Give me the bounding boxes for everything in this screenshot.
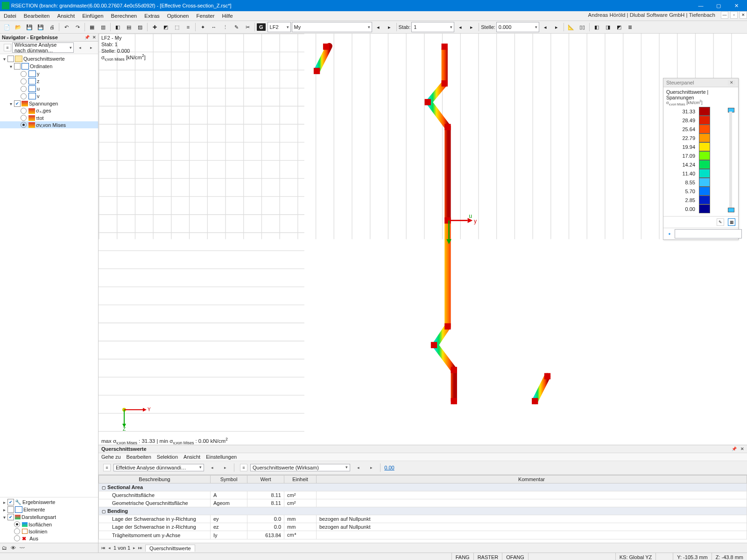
status-raster[interactable]: RASTER bbox=[473, 553, 502, 560]
tab-views-icon[interactable]: 👁 bbox=[11, 545, 16, 551]
table-row[interactable]: Lage der Schwerachse in y-Richtungey0.0m… bbox=[99, 515, 747, 523]
dim-icon[interactable]: ↔ bbox=[209, 22, 219, 32]
tool-b-icon[interactable]: ◩ bbox=[161, 22, 171, 32]
bp-last-icon[interactable]: ⏭ bbox=[138, 546, 142, 550]
bp-menu-ansicht[interactable]: Ansicht bbox=[183, 454, 200, 460]
more1-icon[interactable]: ⋮ bbox=[220, 22, 230, 32]
stab-prev-icon[interactable]: ◂ bbox=[455, 22, 465, 32]
bp-combo1[interactable]: Effektive Analyse dünnwandi… bbox=[113, 464, 204, 471]
opt2-icon[interactable]: ◨ bbox=[603, 22, 613, 32]
tree-querschnittswerte[interactable]: Querschnittswerte bbox=[23, 56, 65, 62]
lc-next-icon[interactable]: ▸ bbox=[384, 22, 395, 32]
opt3-icon[interactable]: ◩ bbox=[614, 22, 624, 32]
more3-icon[interactable]: ✂ bbox=[242, 22, 253, 32]
tree-ordinaten[interactable]: Ordinaten bbox=[30, 63, 52, 69]
properties-table[interactable]: BeschreibungSymbolWertEinheitKommentar ▢… bbox=[99, 475, 747, 539]
loadcase-name-combo[interactable]: My bbox=[292, 22, 372, 32]
render3-icon[interactable]: ▨ bbox=[135, 22, 145, 32]
split-icon[interactable]: ▯▯ bbox=[577, 22, 587, 32]
menu-ansicht[interactable]: Ansicht bbox=[53, 11, 78, 21]
status-ofang[interactable]: OFANG bbox=[502, 553, 528, 560]
tool-c-icon[interactable]: ⬚ bbox=[172, 22, 182, 32]
mdi-min-icon[interactable]: — bbox=[721, 11, 728, 19]
tree-ord-z[interactable]: z bbox=[0, 77, 98, 85]
tree-isoflaechen[interactable]: Isoflächen bbox=[28, 522, 52, 527]
tree-isolinien[interactable]: Isolinien bbox=[28, 529, 47, 534]
stelle-combo[interactable]: 0.000 bbox=[496, 22, 539, 32]
tab-results-icon[interactable]: 〰 bbox=[20, 545, 25, 551]
analysis-type-combo[interactable]: Wirksame Analyse nach dünnwan… bbox=[12, 42, 74, 53]
tree-stress-0[interactable]: σₓ,ges bbox=[0, 107, 98, 114]
stab-next-icon[interactable]: ▸ bbox=[466, 22, 477, 32]
table-row[interactable]: Trägheitsmoment um y-AchseIy613.84cm⁴ bbox=[99, 531, 747, 539]
tree-elemente[interactable]: Elemente bbox=[23, 507, 45, 512]
bp-combo2[interactable]: Querschnittswerte (Wirksam) bbox=[250, 464, 350, 471]
table-row[interactable]: Lage der Schwerachse in z-Richtungez0.0m… bbox=[99, 523, 747, 531]
table-row[interactable]: QuerschnittsflächeA8.11cm² bbox=[99, 491, 747, 499]
control-panel[interactable]: Steuerpanel✕ Querschnittswerte | Spannun… bbox=[663, 78, 739, 240]
status-fang[interactable]: FANG bbox=[451, 553, 473, 560]
save-icon[interactable]: 💾 bbox=[24, 22, 35, 32]
bp-prev-icon[interactable]: ◂ bbox=[108, 546, 111, 550]
bp-menu-selektion[interactable]: Selektion bbox=[157, 454, 178, 460]
panel-input[interactable] bbox=[675, 229, 742, 238]
bp-decimals-icon[interactable]: 0.00 bbox=[384, 462, 395, 473]
print-icon[interactable]: 🖨 bbox=[47, 22, 57, 32]
view1-icon[interactable]: ▦ bbox=[87, 22, 97, 32]
nav-close-icon[interactable]: ✕ bbox=[92, 35, 96, 40]
results-tree[interactable]: ▾Querschnittswerte ▾Ordinaten yzuv ▾✔Spa… bbox=[0, 54, 98, 497]
close-button[interactable]: ✕ bbox=[727, 0, 745, 11]
menu-datei[interactable]: Datei bbox=[0, 11, 20, 21]
menu-berechnen[interactable]: Berechnen bbox=[107, 11, 141, 21]
more2-icon[interactable]: ✎ bbox=[231, 22, 241, 32]
bp-menu-einstellungen[interactable]: Einstellungen bbox=[206, 454, 237, 460]
tree-ord-v[interactable]: v bbox=[0, 92, 98, 100]
bp-c2-next[interactable]: ▸ bbox=[366, 462, 376, 473]
ruler-icon[interactable]: 📐 bbox=[566, 22, 576, 32]
tree-darstellungsart[interactable]: Darstellungsart bbox=[21, 514, 56, 520]
bp-menu-bearbeiten[interactable]: Bearbeiten bbox=[127, 454, 151, 460]
bp-menu-gehe zu[interactable]: Gehe zu bbox=[101, 454, 121, 460]
minimize-button[interactable]: — bbox=[692, 0, 710, 11]
opt4-icon[interactable]: ≣ bbox=[625, 22, 635, 32]
loadcase-id-combo[interactable]: LF2 bbox=[268, 22, 291, 32]
mdi-max-icon[interactable]: ▫ bbox=[730, 11, 738, 19]
menu-einfügen[interactable]: Einfügen bbox=[78, 11, 107, 21]
nav-prev-icon[interactable]: ◂ bbox=[75, 42, 85, 53]
tool-d-icon[interactable]: ≡ bbox=[183, 22, 193, 32]
menu-hilfe[interactable]: Hilfe bbox=[218, 11, 237, 21]
tree-aus[interactable]: Aus bbox=[29, 536, 38, 541]
tree-ergebniswerte[interactable]: Ergebniswerte bbox=[22, 499, 55, 505]
view2-icon[interactable]: ▥ bbox=[98, 22, 108, 32]
open-icon[interactable]: 📂 bbox=[13, 22, 23, 32]
bp-first-icon[interactable]: ⏮ bbox=[101, 546, 106, 550]
maximize-button[interactable]: ▢ bbox=[710, 0, 727, 11]
tree-ord-u[interactable]: u bbox=[0, 85, 98, 92]
mdi-close-icon[interactable]: ✕ bbox=[740, 11, 747, 19]
opt1-icon[interactable]: ◧ bbox=[592, 22, 602, 32]
tree-ord-y[interactable]: y bbox=[0, 70, 98, 77]
tool-a-icon[interactable]: ✚ bbox=[149, 22, 160, 32]
stelle-prev-icon[interactable]: ◂ bbox=[540, 22, 550, 32]
lc-prev-icon[interactable]: ◂ bbox=[373, 22, 383, 32]
bp-close-icon[interactable]: ✕ bbox=[740, 447, 744, 451]
bp-tab[interactable]: Querschnittswerte bbox=[145, 545, 195, 552]
menu-bearbeiten[interactable]: Bearbeiten bbox=[20, 11, 54, 21]
tree-stress-1[interactable]: τtot bbox=[0, 114, 98, 121]
viewport[interactable]: LF2 - My Stab: 1 Stelle: 0.000 σv,von Mi… bbox=[99, 34, 747, 445]
panel-close-icon[interactable]: ✕ bbox=[728, 80, 735, 85]
panel-toggle-icon[interactable]: ▦ bbox=[728, 218, 735, 226]
tree-stress-2[interactable]: σv,von Mises bbox=[0, 121, 98, 128]
bp-c2-prev[interactable]: ◂ bbox=[353, 462, 363, 473]
render1-icon[interactable]: ◧ bbox=[113, 22, 123, 32]
undo-icon[interactable]: ↶ bbox=[61, 22, 71, 32]
tab-data-icon[interactable]: 🗂 bbox=[2, 545, 7, 551]
redo-icon[interactable]: ↷ bbox=[72, 22, 83, 32]
panel-edit-icon[interactable]: ✎ bbox=[717, 218, 724, 226]
new-icon[interactable]: 📄 bbox=[2, 22, 12, 32]
pin-icon[interactable]: 📌 bbox=[85, 35, 90, 40]
nav-next-icon[interactable]: ▸ bbox=[86, 42, 96, 53]
axes-icon[interactable]: ✦ bbox=[197, 22, 208, 32]
menu-fenster[interactable]: Fenster bbox=[193, 11, 218, 21]
bp-next-icon[interactable]: ▸ bbox=[133, 546, 135, 550]
